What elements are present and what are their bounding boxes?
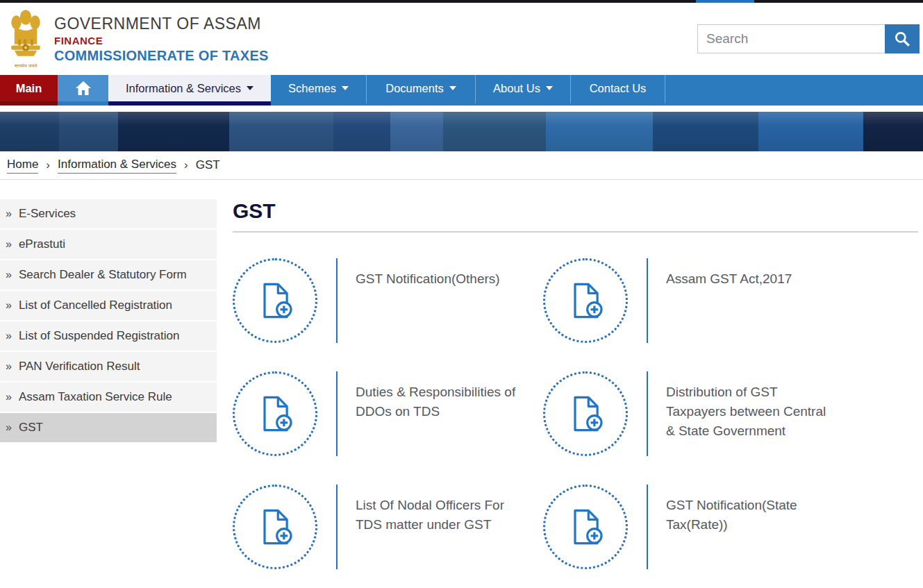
- sidebar-item-pan-verification[interactable]: PAN Verification Result: [0, 352, 217, 383]
- doc-item-label: Assam GST Act,2017: [666, 269, 829, 289]
- sidebar-item-e-services[interactable]: E-Services: [0, 199, 217, 230]
- doc-add-icon-circle: [233, 258, 317, 343]
- divider-line: [336, 485, 338, 569]
- breadcrumb-current: GST: [196, 158, 220, 172]
- breadcrumb-link-information-services[interactable]: Information & Services: [58, 158, 176, 174]
- chevron-down-icon: [449, 86, 456, 90]
- title-divider: [233, 231, 918, 233]
- breadcrumb: Home Information & Services GST: [0, 151, 923, 180]
- sidebar-item-label: List of Suspended Registration: [19, 329, 180, 343]
- nav-item-schemes[interactable]: Schemes: [271, 75, 367, 106]
- sidebar-item-cancelled-registration[interactable]: List of Cancelled Registration: [0, 291, 217, 321]
- doc-item-gst-notification-state-tax-rate[interactable]: GST Notification(State Tax(Rate)): [543, 485, 854, 588]
- sidebar-item-gst[interactable]: GST: [0, 413, 217, 444]
- nav-item-contact-us[interactable]: Contact Us: [571, 75, 665, 106]
- double-chevron-icon: [6, 299, 12, 312]
- home-icon: [75, 81, 92, 96]
- sidebar: E-Services ePrastuti Search Dealer & Sta…: [0, 199, 217, 588]
- doc-add-icon-circle: [543, 485, 628, 569]
- doc-item-label: GST Notification(State Tax(Rate)): [666, 496, 829, 535]
- department-title: FINANCE: [54, 35, 269, 47]
- double-chevron-icon: [6, 238, 12, 251]
- doc-add-icon-circle: [543, 371, 628, 456]
- content-area: E-Services ePrastuti Search Dealer & Sta…: [0, 199, 923, 588]
- search-input[interactable]: [697, 24, 885, 53]
- double-chevron-icon: [6, 208, 12, 220]
- breadcrumb-link-home[interactable]: Home: [7, 158, 38, 174]
- top-accent-bar: [0, 0, 923, 3]
- doc-item-distribution-gst-taxpayers[interactable]: Distribution of GST Taxpayers between Ce…: [543, 371, 854, 485]
- document-add-icon: [565, 280, 606, 321]
- document-add-icon: [565, 393, 606, 435]
- nav-label: Schemes: [288, 82, 336, 95]
- site-titles: GOVERNMENT OF ASSAM FINANCE COMMISSIONER…: [54, 15, 269, 64]
- search-icon: [893, 30, 911, 48]
- doc-add-icon-circle: [233, 485, 317, 569]
- doc-add-icon-circle: [543, 258, 628, 343]
- document-add-icon: [255, 280, 295, 321]
- top-accent-segment: [696, 0, 754, 3]
- sidebar-item-taxation-service-rule[interactable]: Assam Taxation Service Rule: [0, 383, 217, 413]
- doc-item-label: List Of Nodal Officers For TDS matter un…: [356, 496, 519, 535]
- document-grid: GST Notification(Others) Assam GST Act,2…: [233, 258, 918, 588]
- divider-line: [336, 258, 338, 343]
- sidebar-item-label: GST: [19, 421, 43, 435]
- banner-image: [0, 112, 923, 151]
- doc-add-icon-circle: [233, 371, 317, 456]
- document-add-icon: [255, 393, 295, 435]
- search-bar: [697, 24, 920, 53]
- divider-line: [336, 371, 338, 456]
- emblem-of-india-logo: सत्यमेव जयते: [7, 9, 44, 69]
- divider-line: [647, 258, 648, 343]
- doc-item-label: Distribution of GST Taxpayers between Ce…: [666, 383, 829, 441]
- nav-item-home[interactable]: [58, 75, 108, 106]
- document-add-icon: [565, 506, 606, 548]
- nav-label: About Us: [493, 82, 540, 95]
- chevron-down-icon: [342, 86, 349, 90]
- double-chevron-icon: [6, 391, 12, 403]
- sidebar-item-eprastuti[interactable]: ePrastuti: [0, 230, 217, 260]
- organisation-title: COMMISSIONERATE OF TAXES: [54, 48, 269, 64]
- page-title: GST: [233, 199, 918, 223]
- doc-item-duties-ddos-tds[interactable]: Duties & Responsibilities of DDOs on TDS: [233, 371, 543, 485]
- emblem-motto: सत्यमेव जयते: [15, 63, 38, 69]
- nav-label: Documents: [385, 82, 443, 95]
- breadcrumb-separator-icon: [38, 158, 58, 172]
- search-button[interactable]: [885, 24, 920, 53]
- main-panel: GST GST Notification(Others): [233, 199, 923, 588]
- divider-line: [647, 371, 648, 456]
- doc-item-gst-notification-others[interactable]: GST Notification(Others): [233, 258, 543, 371]
- site-header: सत्यमेव जयते GOVERNMENT OF ASSAM FINANCE…: [0, 3, 923, 75]
- nav-item-about-us[interactable]: About Us: [476, 75, 571, 106]
- sidebar-item-label: ePrastuti: [19, 237, 65, 251]
- sidebar-item-label: Assam Taxation Service Rule: [19, 390, 172, 404]
- nav-item-documents[interactable]: Documents: [367, 75, 476, 106]
- nav-label: Contact Us: [590, 82, 647, 95]
- nav-item-main[interactable]: Main: [0, 75, 58, 106]
- chevron-down-icon: [247, 86, 253, 90]
- chevron-down-icon: [546, 86, 553, 90]
- document-add-icon: [255, 506, 295, 548]
- sidebar-item-suspended-registration[interactable]: List of Suspended Registration: [0, 321, 217, 352]
- doc-item-nodal-officers-tds[interactable]: List Of Nodal Officers For TDS matter un…: [233, 485, 543, 588]
- nav-item-information-services[interactable]: Information & Services: [108, 75, 271, 106]
- double-chevron-icon: [6, 269, 12, 281]
- main-navigation: Main Information & Services Schemes Docu…: [0, 75, 923, 106]
- sidebar-item-search-dealer[interactable]: Search Dealer & Statutory Form: [0, 260, 217, 291]
- doc-item-assam-gst-act[interactable]: Assam GST Act,2017: [543, 258, 854, 371]
- brand-block: सत्यमेव जयते GOVERNMENT OF ASSAM FINANCE…: [7, 9, 269, 69]
- nav-label: Main: [16, 82, 42, 95]
- sidebar-item-label: List of Cancelled Registration: [19, 299, 172, 312]
- double-chevron-icon: [6, 360, 12, 373]
- doc-item-label: GST Notification(Others): [356, 269, 519, 289]
- breadcrumb-separator-icon: [176, 158, 196, 172]
- emblem-of-india-icon: [7, 9, 44, 63]
- sidebar-item-label: E-Services: [19, 207, 76, 221]
- sidebar-item-label: Search Dealer & Statutory Form: [19, 268, 187, 282]
- double-chevron-icon: [6, 330, 12, 342]
- government-title: GOVERNMENT OF ASSAM: [54, 15, 269, 33]
- nav-label: Information & Services: [126, 82, 241, 95]
- double-chevron-icon: [6, 421, 12, 434]
- doc-item-label: Duties & Responsibilities of DDOs on TDS: [356, 383, 519, 421]
- sidebar-item-label: PAN Verification Result: [19, 360, 140, 373]
